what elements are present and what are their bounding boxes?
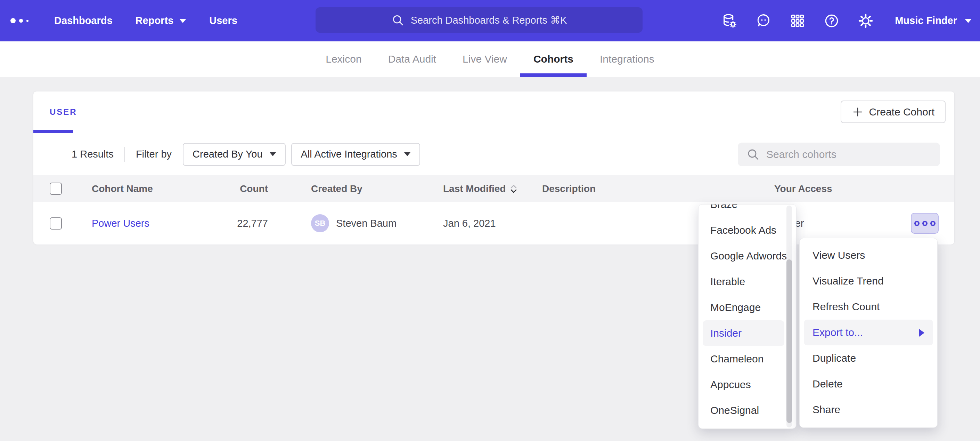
col-header-label: Last Modified xyxy=(443,183,506,195)
nav-item-label: Users xyxy=(209,15,237,26)
col-header-last-modified[interactable]: Last Modified xyxy=(443,183,542,195)
col-header-count[interactable]: Count xyxy=(237,183,268,195)
project-switcher[interactable]: Music Finder xyxy=(895,15,972,26)
menu-item-refresh-count[interactable]: Refresh Count xyxy=(804,294,933,320)
select-all-checkbox[interactable] xyxy=(50,182,62,195)
dot-icon xyxy=(914,221,920,226)
tab-user-cohorts[interactable]: USER xyxy=(50,107,77,117)
cohort-name-link[interactable]: Power Users xyxy=(92,218,150,229)
card-header: USER Create Cohort xyxy=(33,91,954,133)
menu-item-export-to[interactable]: Export to... xyxy=(804,320,933,345)
menu-item-onesignal[interactable]: OneSignal xyxy=(703,398,784,423)
last-modified-cell: Jan 6, 2021 xyxy=(443,218,542,229)
dot-icon xyxy=(922,221,928,226)
brand-logo[interactable] xyxy=(10,18,49,23)
row-actions-button[interactable] xyxy=(911,213,939,234)
nav-item-users[interactable]: Users xyxy=(209,15,237,26)
navbar-right-cluster: Music Finder xyxy=(721,0,972,42)
created-by-name: Steven Baum xyxy=(336,218,396,229)
tab-lexicon[interactable]: Lexicon xyxy=(312,42,375,77)
avatar: SB xyxy=(311,214,329,232)
divider xyxy=(124,147,125,162)
menu-item-iterable[interactable]: Iterable xyxy=(703,269,784,295)
logo-dot-small xyxy=(26,20,29,22)
primary-nav: Dashboards Reports Users xyxy=(54,15,237,26)
integrations-filter-dropdown[interactable]: All Active Integrations xyxy=(291,143,420,166)
created-by-filter-dropdown[interactable]: Created By You xyxy=(183,143,286,166)
sort-icon xyxy=(510,184,517,194)
row-actions-menu: View Users Visualize Trend Refresh Count… xyxy=(799,238,938,428)
col-header-description[interactable]: Description xyxy=(542,183,774,195)
logo-dot-medium xyxy=(19,19,23,22)
nav-item-reports[interactable]: Reports xyxy=(135,15,187,26)
export-targets-list: Braze Facebook Ads Google Adwords Iterab… xyxy=(698,204,796,423)
chevron-down-icon xyxy=(404,152,410,156)
nav-item-label: Dashboards xyxy=(54,15,113,26)
menu-item-appcues[interactable]: Appcues xyxy=(703,372,784,398)
global-search-placeholder: Search Dashboards & Reports ⌘K xyxy=(411,14,567,26)
tab-label: Data Audit xyxy=(388,53,436,65)
menu-item-share[interactable]: Share xyxy=(804,397,933,423)
filter-label: All Active Integrations xyxy=(301,149,397,160)
apps-grid-icon[interactable] xyxy=(789,13,806,29)
menu-item-facebook-ads[interactable]: Facebook Ads xyxy=(703,217,784,243)
submenu-arrow-icon xyxy=(919,329,924,337)
nav-item-dashboards[interactable]: Dashboards xyxy=(54,15,113,26)
top-navbar: Dashboards Reports Users Search Dashboar… xyxy=(0,0,980,42)
filter-label: Created By You xyxy=(192,149,263,160)
plus-icon xyxy=(852,106,864,118)
col-header-your-access[interactable]: Your Access xyxy=(774,183,890,195)
created-by-cell: SB Steven Baum xyxy=(311,214,443,232)
project-name: Music Finder xyxy=(895,15,957,26)
chevron-down-icon xyxy=(179,19,186,23)
export-targets-menu: Braze Facebook Ads Google Adwords Iterab… xyxy=(698,204,797,429)
feedback-icon[interactable] xyxy=(755,13,772,29)
col-header-cohort-name[interactable]: Cohort Name xyxy=(92,183,237,195)
active-tab-underline xyxy=(33,130,73,133)
chevron-down-icon xyxy=(965,19,972,23)
menu-item-chameleon[interactable]: Chameleon xyxy=(703,346,784,372)
create-cohort-button[interactable]: Create Cohort xyxy=(841,101,946,123)
menu-item-visualize-trend[interactable]: Visualize Trend xyxy=(804,268,933,294)
menu-item-view-users[interactable]: View Users xyxy=(804,243,933,268)
menu-item-moengage[interactable]: MoEngage xyxy=(703,295,784,320)
col-header-created-by[interactable]: Created By xyxy=(311,183,443,195)
table-header-row: Cohort Name Count Created By Last Modifi… xyxy=(33,175,954,202)
tab-label: Cohorts xyxy=(533,53,573,65)
tab-live-view[interactable]: Live View xyxy=(449,42,520,77)
help-icon[interactable] xyxy=(823,13,840,29)
data-management-icon[interactable] xyxy=(721,13,738,29)
filter-toolbar: 1 Results Filter by Created By You All A… xyxy=(33,133,954,175)
row-actions-list: View Users Visualize Trend Refresh Count… xyxy=(800,238,937,427)
search-cohorts-input[interactable]: Search cohorts xyxy=(738,142,940,166)
search-icon xyxy=(746,147,760,161)
tab-label: Integrations xyxy=(600,53,654,65)
cohorts-card: USER Create Cohort 1 Results Filter by C… xyxy=(33,91,955,244)
search-icon xyxy=(391,14,404,27)
tab-cohorts[interactable]: Cohorts xyxy=(520,42,587,77)
chevron-down-icon xyxy=(270,152,276,156)
nav-item-label: Reports xyxy=(135,15,174,26)
search-cohorts-placeholder: Search cohorts xyxy=(766,149,837,160)
create-cohort-label: Create Cohort xyxy=(869,106,934,118)
row-checkbox[interactable] xyxy=(50,217,62,230)
settings-icon[interactable] xyxy=(858,13,874,29)
logo-dot-large xyxy=(10,18,16,23)
menu-item-insider[interactable]: Insider xyxy=(703,320,784,346)
tab-label: Lexicon xyxy=(326,53,361,65)
results-count: 1 Results xyxy=(72,149,114,160)
filter-by-label: Filter by xyxy=(136,149,172,160)
menu-item-braze[interactable]: Braze xyxy=(703,204,784,217)
global-search-input[interactable]: Search Dashboards & Reports ⌘K xyxy=(315,7,643,33)
section-tabs: Lexicon Data Audit Live View Cohorts Int… xyxy=(0,42,980,77)
dot-icon xyxy=(930,221,935,226)
menu-item-duplicate[interactable]: Duplicate xyxy=(804,345,933,371)
tab-data-audit[interactable]: Data Audit xyxy=(375,42,449,77)
scrollbar-thumb[interactable] xyxy=(786,259,792,423)
menu-item-delete[interactable]: Delete xyxy=(804,371,933,397)
tab-integrations[interactable]: Integrations xyxy=(587,42,668,77)
cohort-count: 22,777 xyxy=(237,218,268,229)
menu-item-label: Export to... xyxy=(813,327,863,338)
tab-label: Live View xyxy=(463,53,507,65)
menu-item-google-adwords[interactable]: Google Adwords xyxy=(703,243,784,269)
